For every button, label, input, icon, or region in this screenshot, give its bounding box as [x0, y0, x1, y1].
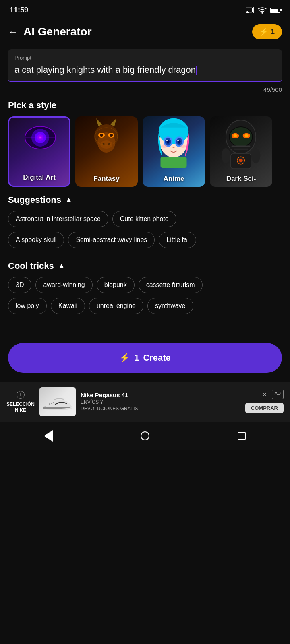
suggestions-row1: Astronaut in interstellar space Cute kit…	[0, 211, 290, 232]
svg-rect-43	[233, 149, 248, 150]
status-icons	[246, 6, 280, 14]
styles-scroll: Digital Art Fantasy	[0, 116, 290, 187]
cool-tricks-chevron-icon: ▲	[58, 262, 65, 270]
svg-point-44	[222, 148, 230, 163]
suggestions-title: Suggestions	[8, 195, 61, 205]
style-card-label: Digital Art	[9, 173, 69, 182]
home-circle-icon	[141, 431, 149, 440]
page-title: AI Generator	[23, 25, 92, 38]
status-bar: 11:59	[0, 0, 290, 19]
create-button[interactable]: ⚡ 1 Create	[8, 343, 282, 373]
cool-tricks-title: Cool tricks	[8, 261, 54, 271]
nav-home-button[interactable]	[135, 426, 155, 446]
digital-art-image	[22, 122, 58, 154]
prompt-label: Prompt	[14, 55, 276, 61]
style-card-anime[interactable]: Anime	[143, 116, 205, 187]
svg-point-31	[177, 140, 179, 141]
suggestions-section-header[interactable]: Suggestions ▲	[0, 187, 290, 211]
style-card-digital-art[interactable]: Digital Art	[8, 116, 70, 187]
credits-count: 1	[271, 28, 275, 36]
svg-point-32	[161, 144, 167, 147]
svg-point-40	[233, 134, 237, 137]
back-button[interactable]: ←	[8, 26, 18, 37]
text-cursor	[196, 66, 197, 75]
style-card-fantasy[interactable]: Fantasy	[75, 116, 138, 187]
ad-buy-button[interactable]: COMPRAR	[245, 402, 284, 413]
suggestion-chip-wavy[interactable]: Semi-abstract wavy lines	[68, 232, 155, 248]
svg-rect-34	[161, 157, 187, 168]
svg-point-17	[110, 134, 113, 137]
ad-actions: ✕ AD COMPRAR	[245, 390, 284, 413]
ad-product-image	[39, 387, 76, 416]
nav-recents-button[interactable]	[232, 426, 252, 446]
ad-product-name: Nike Pegasus 41	[81, 392, 240, 398]
svg-point-23	[159, 118, 188, 144]
status-time: 11:59	[10, 6, 28, 14]
ad-tagline2: DEVOLUCIONES GRATIS	[81, 406, 240, 411]
battery-icon	[270, 8, 280, 13]
ad-info: Nike Pegasus 41 ENVÍOS Y DEVOLUCIONES GR…	[81, 392, 240, 411]
ad-label: AD	[272, 390, 284, 399]
header-left: ← AI Generator	[8, 25, 92, 38]
trick-chip-synthwave[interactable]: synthwave	[147, 298, 193, 314]
ad-tagline1: ENVÍOS Y	[81, 399, 240, 405]
svg-point-1	[261, 12, 263, 14]
suggestions-chevron-icon: ▲	[65, 196, 72, 204]
recents-square-icon	[238, 432, 246, 440]
trick-chip-cassette[interactable]: cassette futurism	[139, 277, 203, 293]
credits-badge[interactable]: ⚡ 1	[252, 24, 282, 39]
trick-chip-award[interactable]: award-winning	[35, 277, 92, 293]
ad-banner: i SELECCIÓN NIKE Nike Pegasus 41 ENVÍOS …	[0, 382, 290, 422]
create-btn-count: 1	[134, 353, 139, 363]
cast-icon	[246, 6, 255, 14]
suggestion-chip-skull[interactable]: A spooky skull	[8, 232, 64, 248]
ad-brand-line2: NIKE	[6, 407, 35, 413]
svg-point-52	[53, 402, 54, 403]
style-card-dark-sci[interactable]: Dark Sci-	[210, 116, 272, 187]
prompt-char-count: 49/500	[8, 86, 282, 93]
ad-close-area: ✕ AD	[260, 390, 284, 399]
svg-marker-13	[110, 118, 116, 126]
ad-close-button[interactable]: ✕	[260, 390, 269, 399]
styles-section-title: Pick a style	[0, 93, 290, 116]
trick-chip-3d[interactable]: 3D	[8, 277, 31, 293]
svg-point-41	[244, 134, 248, 137]
create-lightning-icon: ⚡	[119, 353, 130, 363]
style-card-label: Anime	[143, 175, 205, 183]
svg-marker-12	[96, 118, 102, 126]
suggestion-chip-astronaut[interactable]: Astronaut in interstellar space	[8, 211, 108, 227]
prompt-text[interactable]: a cat playing knights with a big friendl…	[14, 64, 276, 76]
dark-sci-image	[219, 116, 263, 169]
svg-point-33	[180, 144, 186, 147]
shoe-svg	[41, 393, 74, 411]
trick-chip-kawaii[interactable]: Kawaii	[51, 298, 85, 314]
prompt-value: a cat playing knights with a big friendl…	[14, 65, 196, 75]
style-card-label: Fantasy	[75, 175, 138, 183]
suggestions-row2: A spooky skull Semi-abstract wavy lines …	[0, 232, 290, 253]
create-btn-label: Create	[143, 353, 170, 363]
suggestion-chip-fairy[interactable]: Little fai	[159, 232, 196, 248]
bottom-navigation	[0, 422, 290, 450]
svg-point-51	[51, 402, 52, 404]
suggestion-chip-kitten[interactable]: Cute kitten photo	[112, 211, 176, 227]
svg-point-16	[100, 134, 103, 137]
svg-point-45	[251, 148, 260, 163]
anime-image	[151, 116, 196, 169]
ad-info-icon: i	[17, 391, 25, 399]
create-btn-container: ⚡ 1 Create	[0, 335, 290, 378]
lightning-icon: ⚡	[259, 27, 268, 36]
svg-point-50	[49, 403, 50, 405]
back-triangle-icon	[44, 430, 53, 442]
trick-chip-unreal[interactable]: unreal engine	[89, 298, 143, 314]
fantasy-image	[82, 118, 130, 167]
trick-chip-biopunk[interactable]: biopunk	[97, 277, 135, 293]
tricks-row2: low poly Kawaii unreal engine synthwave	[0, 298, 290, 319]
ad-brand-line1: SELECCIÓN	[6, 401, 35, 407]
header: ← AI Generator ⚡ 1	[0, 19, 290, 46]
nav-back-button[interactable]	[38, 426, 58, 446]
tricks-row1: 3D award-winning biopunk cassette futuri…	[0, 277, 290, 298]
cool-tricks-section-header[interactable]: Cool tricks ▲	[0, 253, 290, 277]
trick-chip-lowpoly[interactable]: low poly	[8, 298, 47, 314]
style-card-label: Dark Sci-	[210, 175, 272, 183]
prompt-container[interactable]: Prompt a cat playing knights with a big …	[8, 49, 282, 82]
